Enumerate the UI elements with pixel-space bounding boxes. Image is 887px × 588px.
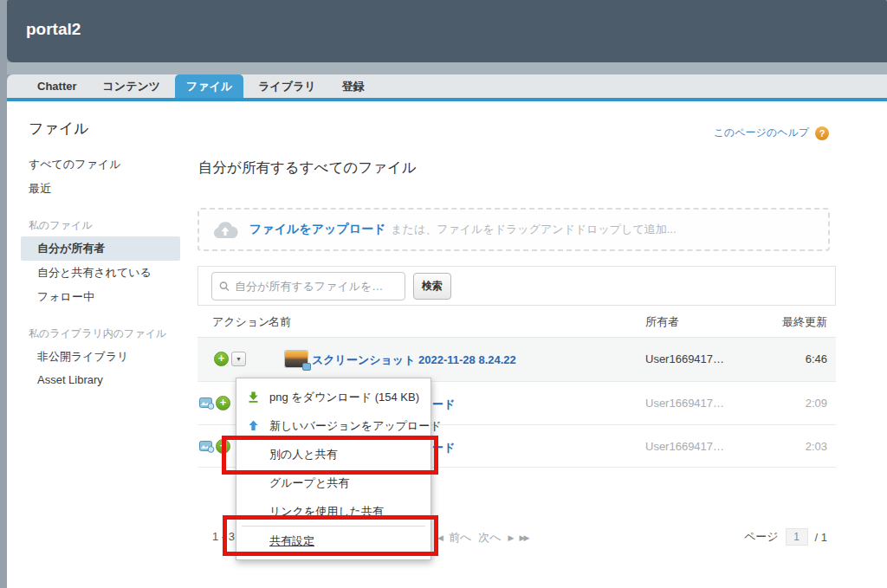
- upload-dropzone[interactable]: ファイルをアップロード または、ファイルをドラッグアンドドロップして追加...: [197, 208, 830, 251]
- sidebar-section-my-files: 私のファイル: [29, 215, 195, 236]
- updated-cell: 6:46: [806, 352, 827, 365]
- menu-item-upload-new-version[interactable]: 新しいバージョンをアップロード: [236, 411, 431, 440]
- help-link[interactable]: このページのヘルプ: [714, 126, 809, 140]
- sidebar-item-asset-library[interactable]: Asset Library: [29, 369, 195, 391]
- main-heading: 自分が所有するすべてのファイル: [198, 158, 417, 178]
- sidebar-item-all-files[interactable]: すべてのファイル: [29, 152, 195, 177]
- sidebar: ファイル すべてのファイル 最近 私のファイル 自分が所有者 自分と共有されてい…: [29, 119, 195, 391]
- help-icon[interactable]: ?: [815, 126, 829, 140]
- cloud-upload-icon: [212, 221, 238, 239]
- tab-library[interactable]: ライブラリ: [247, 74, 327, 98]
- next-page-button[interactable]: 次へ: [478, 530, 501, 546]
- menu-item-download[interactable]: png をダウンロード (154 KB): [236, 383, 431, 411]
- result-range: 1 - 3: [212, 530, 235, 543]
- add-action-icon[interactable]: +: [216, 439, 230, 454]
- app-header: portal2: [7, 0, 887, 62]
- file-preview-icon[interactable]: [199, 397, 215, 410]
- content-area: ファイル すべてのファイル 最近 私のファイル 自分が所有者 自分と共有されてい…: [7, 101, 887, 588]
- file-type-overlay-icon: [302, 363, 311, 371]
- file-name-link[interactable]: ード: [432, 397, 455, 412]
- next-page-icon[interactable]: ▶: [508, 533, 513, 542]
- page-number-input[interactable]: [786, 528, 808, 546]
- updated-cell: 2:09: [806, 397, 827, 410]
- tab-register[interactable]: 登録: [331, 74, 376, 98]
- table-header: アクション 名前 所有者 最終更新: [197, 306, 836, 338]
- row-actions-dropdown-toggle[interactable]: ▼: [231, 352, 246, 366]
- file-name-link[interactable]: ード: [432, 440, 455, 456]
- help-row: このページのヘルプ ?: [714, 126, 829, 140]
- tab-chatter[interactable]: Chatter: [26, 74, 88, 98]
- add-action-icon[interactable]: +: [216, 396, 230, 410]
- app-title: portal2: [26, 20, 81, 39]
- menu-item-share-via-link[interactable]: リンクを使用した共有: [236, 497, 431, 526]
- header-divider-band: [7, 62, 887, 74]
- search-input[interactable]: [235, 280, 398, 293]
- context-menu: png をダウンロード (154 KB) 新しいバージョンをアップロード 別の人…: [236, 378, 431, 560]
- file-name-link[interactable]: スクリーンショット 2022-11-28 8.24.22: [312, 352, 516, 368]
- sidebar-item-following[interactable]: フォロー中: [29, 285, 195, 309]
- page-label: ページ: [744, 529, 779, 545]
- add-action-icon[interactable]: +: [214, 352, 229, 366]
- pager-nav: ◀ 前へ 次へ ▶ ▶▶: [437, 530, 528, 546]
- search-row: 検索: [197, 266, 836, 306]
- tab-bar: Chatter コンテンツ ファイル ライブラリ 登録: [7, 74, 887, 98]
- sidebar-item-private-library[interactable]: 非公開ライブラリ: [29, 345, 195, 369]
- tab-contents[interactable]: コンテンツ: [92, 74, 172, 98]
- owner-cell: User1669417…: [645, 397, 724, 410]
- screen: portal2 Chatter コンテンツ ファイル ライブラリ 登録 ファイル…: [0, 0, 887, 588]
- last-page-icon[interactable]: ▶▶: [519, 533, 528, 542]
- file-preview-icon[interactable]: [199, 440, 215, 453]
- page-control: ページ / 1: [744, 528, 827, 546]
- file-thumbnail: [285, 351, 308, 367]
- column-header-updated: 最終更新: [782, 306, 827, 338]
- previous-page-icon[interactable]: ◀: [437, 533, 442, 542]
- page-total: / 1: [815, 531, 827, 544]
- updated-cell: 2:03: [806, 440, 827, 453]
- sidebar-item-shared-with-me[interactable]: 自分と共有されている: [29, 261, 195, 285]
- column-header-owner: 所有者: [645, 306, 679, 338]
- menu-item-sharing-settings[interactable]: 共有設定: [236, 527, 431, 555]
- search-icon: [219, 281, 230, 292]
- page-title: ファイル: [29, 119, 195, 139]
- sidebar-item-recent[interactable]: 最近: [29, 177, 195, 201]
- column-header-action: アクション: [212, 306, 270, 338]
- owner-cell: User1669417…: [645, 352, 724, 365]
- upload-icon: [248, 420, 259, 431]
- search-button[interactable]: 検索: [413, 273, 451, 300]
- upload-file-link[interactable]: ファイルをアップロード: [249, 222, 385, 237]
- table-row: + ▼ スクリーンショット 2022-11-28 8.24.22 User166…: [197, 338, 836, 381]
- download-icon: [248, 391, 259, 403]
- menu-item-share-with-group[interactable]: グループと共有: [236, 468, 431, 497]
- search-box[interactable]: [211, 272, 405, 300]
- tab-files[interactable]: ファイル: [175, 74, 243, 98]
- sidebar-item-owned[interactable]: 自分が所有者: [21, 236, 180, 261]
- menu-item-share-with-people[interactable]: 別の人と共有: [236, 440, 431, 468]
- sidebar-section-library-files: 私のライブラリ内のファイル: [29, 323, 195, 345]
- upload-hint: または、ファイルをドラッグアンドドロップして追加...: [391, 222, 676, 237]
- previous-page-button[interactable]: 前へ: [449, 530, 471, 546]
- column-header-name: 名前: [269, 306, 291, 338]
- owner-cell: User1669417…: [645, 440, 724, 453]
